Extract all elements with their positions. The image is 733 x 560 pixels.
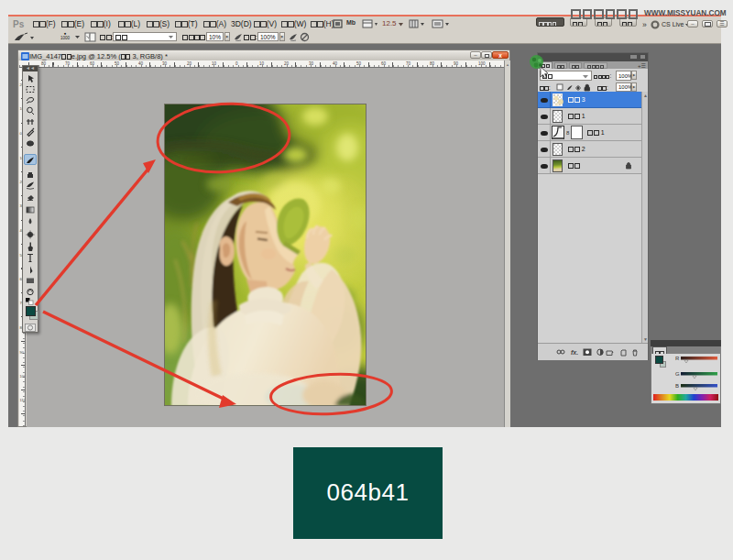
svg-text:fx.: fx.: [571, 349, 578, 356]
